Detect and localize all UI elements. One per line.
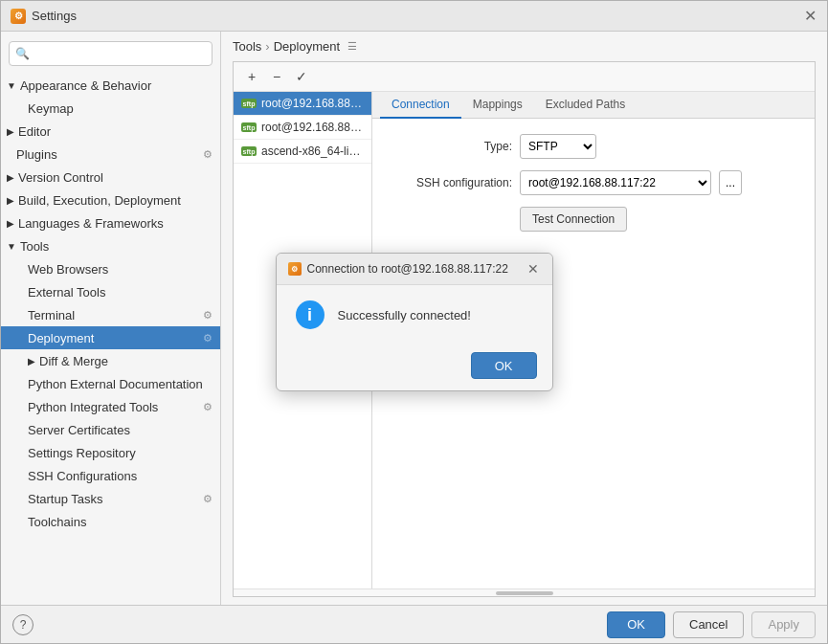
dialog-title-bar: ⚙ Connection to root@192.168.88.117:22 ✕ xyxy=(277,254,552,285)
dialog-ok-button[interactable]: OK xyxy=(471,352,537,379)
dialog-overlay: ⚙ Connection to root@192.168.88.117:22 ✕… xyxy=(1,1,827,643)
dialog-footer: OK xyxy=(277,344,552,390)
dialog-app-icon: ⚙ xyxy=(288,262,302,276)
dialog-title-text: Connection to root@192.168.88.117:22 xyxy=(307,262,508,276)
dialog-body: i Successfully connected! xyxy=(277,285,552,344)
dialog-title-left: ⚙ Connection to root@192.168.88.117:22 xyxy=(288,262,508,276)
info-icon: i xyxy=(296,300,324,329)
success-dialog: ⚙ Connection to root@192.168.88.117:22 ✕… xyxy=(276,253,553,391)
dialog-message: Successfully connected! xyxy=(338,308,471,322)
dialog-close-button[interactable]: ✕ xyxy=(526,261,541,277)
